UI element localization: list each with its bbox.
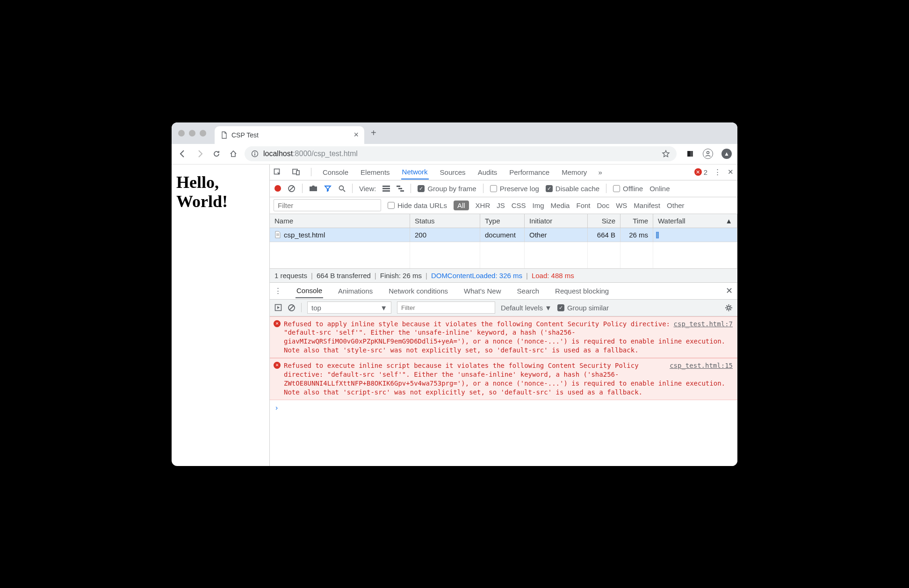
filter-type-other[interactable]: Other [667, 201, 685, 209]
filter-icon[interactable] [324, 185, 332, 192]
devtools-menu-icon[interactable]: ⋮ [714, 168, 721, 176]
drawer-close-icon[interactable]: ✕ [726, 286, 733, 296]
online-label[interactable]: Online [649, 185, 670, 193]
tab-performance[interactable]: Performance [508, 165, 550, 179]
execute-icon[interactable] [274, 304, 282, 311]
col-time[interactable]: Time [620, 214, 653, 228]
drawer-tab-request-blocking[interactable]: Request blocking [554, 284, 610, 298]
console-error-message[interactable]: ✕ csp_test.html:7 Refused to apply inlin… [270, 316, 737, 359]
col-waterfall[interactable]: Waterfall▲ [653, 214, 737, 228]
home-button[interactable] [228, 148, 239, 159]
console-output: ✕ csp_test.html:7 Refused to apply inlin… [270, 316, 737, 466]
drawer-tab-network-conditions[interactable]: Network conditions [388, 284, 449, 298]
filter-type-doc[interactable]: Doc [597, 201, 609, 209]
context-selector[interactable]: top▼ [307, 301, 391, 314]
table-row[interactable]: csp_test.html 200 document Other 664 B 2… [270, 228, 737, 242]
drawer-tab-console[interactable]: Console [296, 284, 323, 298]
svg-rect-15 [397, 186, 400, 187]
error-icon: ✕ [274, 320, 281, 327]
clear-console-icon[interactable] [288, 304, 296, 312]
network-summary: 1 requests | 664 B transferred | Finish:… [270, 269, 737, 283]
svg-rect-8 [296, 171, 299, 175]
capture-screenshots-icon[interactable] [309, 185, 317, 192]
filter-type-img[interactable]: Img [533, 201, 544, 209]
row-type: document [480, 228, 525, 242]
svg-point-5 [707, 151, 709, 154]
tab-sources[interactable]: Sources [439, 165, 467, 179]
log-levels-selector[interactable]: Default levels ▼ [501, 304, 552, 312]
browser-tab[interactable]: CSP Test × [215, 126, 364, 144]
close-tab-icon[interactable]: × [354, 130, 359, 140]
filter-type-css[interactable]: CSS [512, 201, 526, 209]
address-bar[interactable]: localhost:8000/csp_test.html [245, 146, 677, 161]
group-similar-checkbox[interactable]: Group similar [557, 304, 609, 312]
view-label: View: [359, 185, 376, 193]
console-error-message[interactable]: ✕ csp_test.html:15 Refused to execute in… [270, 358, 737, 400]
filter-type-media[interactable]: Media [551, 201, 570, 209]
col-type[interactable]: Type [480, 214, 525, 228]
reload-button[interactable] [211, 148, 222, 159]
col-initiator[interactable]: Initiator [525, 214, 588, 228]
toolbar: localhost:8000/csp_test.html ▲ [172, 144, 737, 165]
preserve-log-checkbox[interactable]: Preserve log [490, 185, 539, 193]
search-icon[interactable] [338, 185, 346, 192]
update-icon[interactable]: ▲ [721, 149, 732, 159]
message-source-link[interactable]: csp_test.html:15 [670, 361, 733, 370]
console-filter-input[interactable] [397, 301, 495, 314]
svg-rect-14 [382, 190, 390, 192]
group-by-frame-checkbox[interactable]: Group by frame [418, 185, 476, 193]
close-window-button[interactable] [178, 130, 185, 136]
drawer-tab-search[interactable]: Search [516, 284, 541, 298]
network-filter-input[interactable] [274, 199, 381, 211]
more-tabs-icon[interactable]: » [598, 168, 602, 176]
drawer-menu-icon[interactable]: ⋮ [274, 287, 281, 295]
tab-elements[interactable]: Elements [360, 165, 391, 179]
filter-type-ws[interactable]: WS [616, 201, 627, 209]
maximize-window-button[interactable] [200, 130, 206, 136]
extension-icon[interactable] [686, 150, 694, 158]
summary-requests: 1 requests [274, 272, 307, 280]
waterfall-icon[interactable] [397, 185, 404, 192]
message-text: Refused to apply inline style because it… [284, 320, 725, 354]
filter-type-all[interactable]: All [454, 201, 469, 210]
clear-button[interactable] [288, 185, 296, 193]
tab-audits[interactable]: Audits [477, 165, 498, 179]
filter-type-manifest[interactable]: Manifest [634, 201, 660, 209]
new-tab-button[interactable]: + [371, 128, 376, 138]
disable-cache-checkbox[interactable]: Disable cache [546, 185, 599, 193]
device-toggle-icon[interactable] [292, 168, 301, 176]
filter-type-font[interactable]: Font [576, 201, 590, 209]
console-settings-icon[interactable] [725, 304, 733, 312]
col-status[interactable]: Status [410, 214, 480, 228]
url-path: /csp_test.html [311, 150, 358, 158]
tab-memory[interactable]: Memory [561, 165, 588, 179]
console-drawer: ⋮ Console Animations Network conditions … [270, 283, 737, 466]
filter-type-js[interactable]: JS [497, 201, 505, 209]
minimize-window-button[interactable] [189, 130, 195, 136]
drawer-tab-whats-new[interactable]: What's New [463, 284, 502, 298]
error-icon: ✕ [274, 362, 281, 369]
back-button[interactable] [177, 148, 188, 159]
tab-console[interactable]: Console [322, 165, 349, 179]
console-prompt[interactable]: › [270, 400, 737, 416]
error-count-badge[interactable]: ✕ 2 [694, 168, 707, 176]
drawer-tab-animations[interactable]: Animations [337, 284, 374, 298]
devtools-close-icon[interactable]: ✕ [728, 168, 734, 176]
large-rows-icon[interactable] [382, 185, 390, 192]
forward-button[interactable] [194, 148, 205, 159]
file-icon [220, 131, 228, 139]
message-source-link[interactable]: csp_test.html:7 [674, 320, 733, 329]
tab-network[interactable]: Network [401, 165, 429, 179]
hide-data-urls-checkbox[interactable]: Hide data URLs [388, 201, 447, 209]
site-info-icon[interactable] [251, 150, 259, 158]
profile-icon[interactable] [703, 149, 713, 159]
offline-checkbox[interactable]: Offline [613, 185, 643, 193]
col-name[interactable]: Name [270, 214, 410, 228]
inspect-icon[interactable] [274, 168, 282, 176]
svg-point-1 [254, 152, 255, 153]
col-size[interactable]: Size [588, 214, 620, 228]
filter-type-xhr[interactable]: XHR [476, 201, 491, 209]
bookmark-icon[interactable] [662, 150, 670, 158]
browser-window: CSP Test × + localhost:8000/csp_test.htm… [172, 122, 737, 466]
record-button[interactable] [274, 185, 281, 192]
